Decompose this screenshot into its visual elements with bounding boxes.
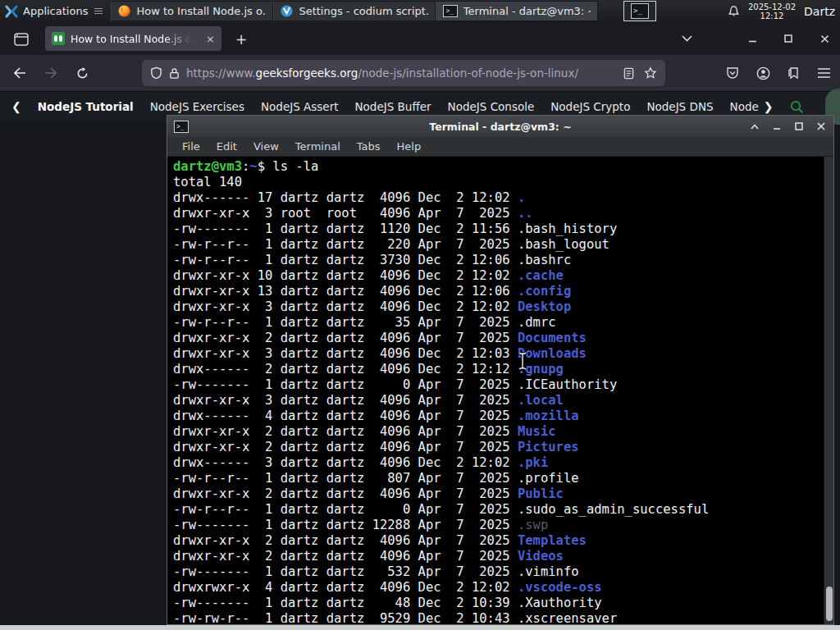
- lock-icon[interactable]: [169, 67, 180, 80]
- terminal-ls-row: drwxr-xr-x 2 dartz dartz 4096 Apr 7 2025…: [173, 486, 823, 502]
- vscodium-icon: [281, 5, 293, 17]
- forward-icon[interactable]: [41, 63, 61, 83]
- terminal-ls-row: drwxr-xr-x 2 dartz dartz 4096 Apr 7 2025…: [173, 549, 823, 564]
- terminal-maximize-icon[interactable]: [793, 121, 805, 132]
- site-nav-link[interactable]: NodeJS Buffer: [355, 100, 431, 113]
- subnav-scroll-right-icon[interactable]: ❯: [764, 100, 774, 113]
- bookmark-star-icon[interactable]: [644, 66, 657, 80]
- new-tab-button[interactable]: +: [231, 30, 251, 49]
- site-nav-link[interactable]: NodeJS Exercises: [150, 100, 244, 113]
- tracking-shield-icon[interactable]: [150, 66, 162, 80]
- terminal-ls-row: drwxr-xr-x 13 dartz dartz 4096 Dec 2 12:…: [173, 284, 823, 299]
- reader-mode-icon[interactable]: [623, 67, 634, 80]
- hamburger-menu-icon[interactable]: [814, 63, 833, 83]
- terminal-shade-icon[interactable]: [749, 121, 760, 132]
- taskbar-button-label: Terminal - dartz@vm3: ~: [463, 5, 591, 17]
- terminal-scrollbar-thumb[interactable]: [826, 587, 833, 621]
- menu-view[interactable]: View: [245, 140, 287, 153]
- clock-time: 12:12: [748, 11, 796, 21]
- url-text: https://www.geeksforgeeks.org/node-js/in…: [186, 66, 617, 80]
- panel-clock[interactable]: 2025-12-02 12:12: [748, 2, 796, 21]
- site-nav-link[interactable]: NodeJS Crypto: [550, 100, 630, 113]
- menu-help[interactable]: Help: [389, 140, 430, 153]
- site-nav-link[interactable]: NodeJS Console: [448, 100, 535, 113]
- list-all-tabs-icon[interactable]: [679, 31, 694, 46]
- url-bar[interactable]: https://www.geeksforgeeks.org/node-js/in…: [142, 60, 665, 86]
- terminal-ls-row: -rw------- 1 dartz dartz 48 Dec 2 10:39 …: [173, 596, 823, 611]
- tab-bar: How to Install Node.js on × +: [0, 22, 840, 55]
- window-close-icon[interactable]: [817, 31, 832, 46]
- terminal-prompt-line: dartz@vm3:~$ ls -la: [173, 159, 823, 175]
- terminal-ls-row: -rw-r--r-- 1 dartz dartz 35 Apr 7 2025 .…: [173, 315, 823, 331]
- terminal-ls-row: drwx------ 3 dartz dartz 4096 Dec 2 12:0…: [173, 455, 823, 471]
- account-icon[interactable]: [753, 63, 773, 83]
- reload-icon[interactable]: [72, 63, 92, 83]
- menu-edit[interactable]: Edit: [208, 140, 245, 153]
- taskbar-button-terminal[interactable]: >_ Terminal - dartz@vm3: ~: [436, 1, 598, 21]
- mouse-ibeam-cursor: [517, 351, 528, 371]
- terminal-minimize-icon[interactable]: [771, 121, 783, 132]
- terminal-ls-row: drwxr-xr-x 2 dartz dartz 4096 Apr 7 2025…: [173, 533, 823, 549]
- terminal-total-line: total 140: [173, 175, 823, 190]
- terminal-body[interactable]: dartz@vm3:~$ ls -latotal 140drwx------ 1…: [167, 157, 823, 624]
- applications-menu-label: Applications: [23, 5, 88, 17]
- site-nav-link[interactable]: Node: [730, 100, 759, 113]
- back-icon[interactable]: [10, 63, 30, 83]
- extensions-icon[interactable]: [783, 63, 803, 83]
- firefox-view-icon[interactable]: [10, 29, 33, 50]
- tray-terminal-indicator[interactable]: >_: [623, 1, 656, 21]
- terminal-ls-row: -rw------- 1 dartz dartz 1120 Dec 2 11:5…: [173, 221, 823, 237]
- gfg-favicon: [52, 32, 65, 45]
- tab-title: How to Install Node.js on: [71, 33, 192, 45]
- taskbar-button-vscodium[interactable]: Settings - codium script...: [273, 1, 436, 21]
- notification-bell-icon[interactable]: [728, 5, 740, 18]
- terminal-ls-row: -rw-rw-r-- 1 dartz dartz 9529 Dec 2 10:4…: [173, 611, 823, 624]
- subnav-scroll-left-icon[interactable]: ❮: [11, 100, 21, 113]
- site-nav-link[interactable]: NodeJS Assert: [261, 100, 339, 113]
- menu-file[interactable]: File: [174, 140, 208, 153]
- taskbar-button-firefox[interactable]: How to Install Node.js o...: [111, 1, 273, 21]
- terminal-ls-row: -rw------- 1 dartz dartz 0 Apr 7 2025 .I…: [173, 377, 823, 393]
- url-scheme: https://www.: [186, 66, 256, 80]
- terminal-scrollbar[interactable]: [824, 157, 833, 624]
- terminal-icon: >_: [443, 5, 457, 17]
- tab-how-to-install-nodejs[interactable]: How to Install Node.js on ×: [45, 26, 221, 51]
- terminal-titlebar[interactable]: >_ Terminal - dartz@vm3: ~: [167, 116, 833, 137]
- tab-close-icon[interactable]: ×: [206, 33, 215, 45]
- terminal-ls-row: drwxr-xr-x 3 root root 4096 Apr 7 2025 .…: [173, 206, 823, 221]
- search-icon[interactable]: [790, 100, 804, 114]
- site-nav-links: NodeJS TutorialNodeJS ExercisesNodeJS As…: [38, 100, 759, 113]
- terminal-ls-row: drwxr-xr-x 3 dartz dartz 4096 Dec 2 12:0…: [173, 346, 823, 362]
- url-domain: geeksforgeeks.org: [256, 66, 358, 80]
- terminal-close-icon[interactable]: [815, 121, 827, 132]
- terminal-icon: >_: [631, 3, 649, 19]
- url-path: /node-js/installation-of-node-js-on-linu…: [358, 66, 578, 80]
- site-nav-link[interactable]: NodeJS DNS: [646, 100, 713, 113]
- desktop-screen: Applications How to Install Node.js o...…: [0, 0, 840, 630]
- terminal-ls-row: drwxr-xr-x 3 dartz dartz 4096 Apr 7 2025…: [173, 393, 823, 409]
- site-nav-link[interactable]: NodeJS Tutorial: [38, 100, 134, 113]
- clock-date: 2025-12-02: [748, 2, 796, 11]
- terminal-menubar: File Edit View Terminal Tabs Help: [167, 137, 833, 157]
- window-minimize-icon[interactable]: [745, 31, 760, 46]
- terminal-ls-row: drwxr-xr-x 2 dartz dartz 4096 Apr 7 2025…: [173, 440, 823, 455]
- taskbar-button-label: Settings - codium script...: [299, 5, 428, 17]
- terminal-ls-row: drwx------ 4 dartz dartz 4096 Apr 7 2025…: [173, 409, 823, 424]
- navigation-toolbar: https://www.geeksforgeeks.org/node-js/in…: [0, 55, 840, 91]
- taskbar: How to Install Node.js o... Settings - c…: [111, 0, 598, 22]
- window-maximize-icon[interactable]: [781, 31, 796, 46]
- terminal-ls-row: -rw------- 1 dartz dartz 532 Apr 7 2025 …: [173, 564, 823, 580]
- terminal-title: Terminal - dartz@vm3: ~: [167, 121, 833, 133]
- terminal-ls-row: -rw-r--r-- 1 dartz dartz 220 Apr 7 2025 …: [173, 237, 823, 253]
- terminal-ls-row: -rw-r--r-- 1 dartz dartz 807 Apr 7 2025 …: [173, 471, 823, 486]
- taskbar-button-label: How to Install Node.js o...: [136, 5, 266, 17]
- menu-terminal[interactable]: Terminal: [287, 140, 349, 153]
- pocket-icon[interactable]: [723, 63, 742, 83]
- applications-menu-button[interactable]: Applications: [0, 0, 107, 22]
- terminal-ls-row: drwxr-xr-x 10 dartz dartz 4096 Dec 2 12:…: [173, 268, 823, 284]
- terminal-ls-row: drwxr-xr-x 3 dartz dartz 4096 Dec 2 12:0…: [173, 299, 823, 315]
- menu-indicator-icon: [94, 7, 103, 16]
- terminal-ls-row: -rw-r--r-- 1 dartz dartz 3730 Dec 2 12:0…: [173, 253, 823, 268]
- terminal-ls-row: drwx------ 2 dartz dartz 4096 Dec 2 12:1…: [173, 362, 823, 377]
- menu-tabs[interactable]: Tabs: [349, 140, 389, 153]
